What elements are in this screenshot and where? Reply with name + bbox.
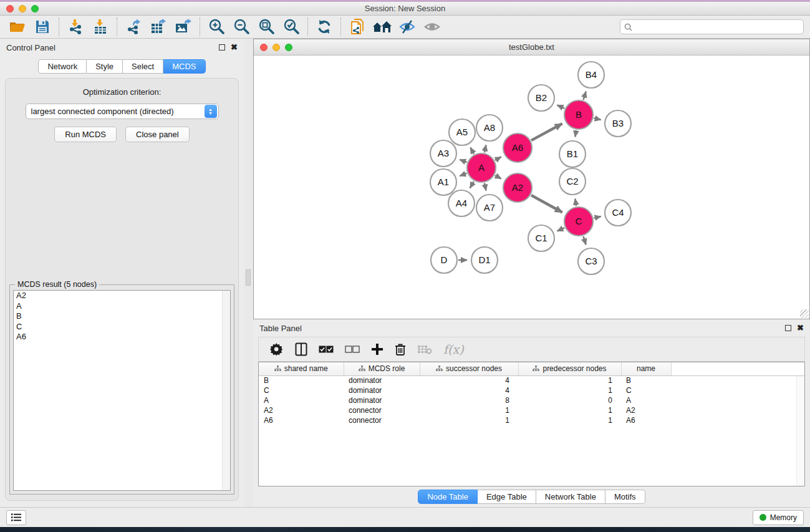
column-header-mcds-role[interactable]: MCDS role (344, 362, 420, 375)
column-header-shared-name[interactable]: shared name (259, 362, 344, 375)
graph-edge[interactable] (557, 228, 565, 231)
table-cell[interactable]: 4 (420, 375, 518, 385)
table-row[interactable]: Adominator80A (259, 395, 804, 405)
table-row[interactable]: A2connector11A2 (259, 405, 804, 415)
graph-edge[interactable] (495, 175, 501, 178)
run-mcds-button[interactable]: Run MCDS (54, 127, 117, 142)
graph-edge[interactable] (583, 236, 586, 244)
graph-edge[interactable] (575, 130, 576, 137)
table-cell[interactable]: C (621, 385, 671, 395)
table-cell[interactable]: 1 (518, 415, 621, 425)
table-cell[interactable]: A6 (621, 415, 671, 425)
tab-network-table[interactable]: Network Table (536, 490, 605, 504)
window-resize-grip[interactable] (800, 309, 809, 318)
table-cell[interactable]: dominator (344, 375, 420, 385)
zoom-in-button[interactable] (204, 17, 229, 37)
table-cell[interactable]: C (259, 385, 344, 395)
table-cell[interactable]: 8 (420, 395, 518, 405)
tab-network[interactable]: Network (38, 59, 87, 74)
table-cell[interactable]: A6 (259, 415, 344, 425)
mcds-result-list[interactable]: A2ABCA6 (13, 290, 231, 491)
graph-edge[interactable] (531, 123, 562, 140)
graph-edge[interactable] (460, 173, 466, 176)
ndex-browse-button[interactable] (370, 17, 395, 37)
table-settings-button[interactable] (270, 341, 284, 357)
float-panel-icon[interactable] (219, 44, 225, 51)
graph-edge[interactable] (594, 118, 600, 120)
close-table-panel-icon[interactable]: ✖ (797, 325, 804, 331)
table-cell[interactable]: connector (344, 415, 420, 425)
close-panel-icon[interactable]: ✖ (231, 44, 238, 51)
refresh-button[interactable] (312, 17, 337, 37)
mcds-result-item[interactable]: A2 (14, 291, 230, 301)
save-session-button[interactable] (30, 17, 55, 37)
table-row[interactable]: A6connector11A6 (259, 415, 804, 425)
tab-motifs[interactable]: Motifs (605, 490, 645, 504)
table-cell[interactable]: 1 (518, 405, 621, 415)
table-cell[interactable]: 1 (420, 405, 518, 415)
table-cell[interactable]: dominator (344, 395, 420, 405)
graph-edge[interactable] (495, 157, 501, 160)
create-column-button[interactable] (371, 341, 383, 357)
criterion-dropdown[interactable]: largest connected component (directed) ▲… (26, 104, 219, 119)
table-cell[interactable]: B (621, 375, 671, 385)
export-image-button[interactable] (171, 17, 196, 37)
network-canvas[interactable]: B4B2BB3A5A8A6A3AB1A1C2A2A4A7C4CC1C3DD1 (254, 56, 809, 319)
open-file-button[interactable] (5, 17, 30, 37)
graph-edge[interactable] (557, 105, 565, 108)
search-field[interactable] (620, 19, 804, 34)
table-cell[interactable]: 1 (518, 385, 621, 395)
column-header-name[interactable]: name (621, 362, 671, 375)
graph-edge[interactable] (575, 199, 576, 206)
network-canvas-area[interactable]: B4B2BB3A5A8A6A3AB1A1C2A2A4A7C4CC1C3DD1 (254, 56, 809, 319)
tab-edge-table[interactable]: Edge Table (478, 490, 536, 504)
delete-column-button[interactable] (395, 341, 406, 357)
table-cell[interactable]: A (621, 395, 671, 405)
export-network-button[interactable] (121, 17, 146, 37)
zoom-selected-button[interactable] (279, 17, 304, 37)
select-all-columns-button[interactable] (319, 341, 334, 357)
float-table-panel-icon[interactable] (785, 325, 791, 331)
graph-edge[interactable] (485, 183, 486, 190)
table-row[interactable]: Cdominator41C (259, 385, 804, 395)
table-cell[interactable]: A2 (621, 405, 671, 415)
table-cell[interactable]: A (259, 395, 344, 405)
export-table-button[interactable] (146, 17, 171, 37)
graph-edge[interactable] (470, 148, 474, 154)
table-cell[interactable]: 1 (420, 415, 518, 425)
search-input[interactable] (635, 22, 799, 31)
mcds-result-item[interactable]: A (14, 301, 230, 312)
table-row[interactable]: Bdominator41B (259, 375, 804, 385)
zoom-fit-button[interactable] (254, 17, 279, 37)
graph-edge[interactable] (594, 216, 600, 218)
table-cell[interactable]: B (259, 375, 344, 385)
panel-mode-button[interactable] (295, 341, 307, 357)
import-table-button[interactable] (88, 17, 113, 37)
graph-edge[interactable] (460, 160, 466, 162)
tab-node-table[interactable]: Node Table (418, 490, 478, 504)
memory-button[interactable]: Memory (753, 510, 804, 525)
zoom-out-button[interactable] (229, 17, 254, 37)
graph-edge[interactable] (583, 92, 586, 100)
table-cell[interactable]: 4 (420, 385, 518, 395)
column-header-predecessor-nodes[interactable]: predecessor nodes (518, 362, 621, 375)
tab-select[interactable]: Select (123, 59, 163, 74)
splitter-handle[interactable] (246, 269, 251, 286)
graph-edge[interactable] (470, 181, 474, 188)
table-cell[interactable]: connector (344, 405, 420, 415)
result-scrollbar[interactable] (222, 291, 230, 490)
graph-edge[interactable] (531, 195, 562, 212)
table-scrollbar[interactable] (796, 376, 804, 486)
column-header-successor-nodes[interactable]: successor nodes (420, 362, 518, 375)
mcds-result-item[interactable]: B (14, 311, 230, 322)
panel-splitter[interactable] (244, 39, 253, 507)
task-history-button[interactable] (6, 510, 26, 525)
clone-network-button[interactable] (345, 17, 370, 37)
close-panel-button[interactable]: Close panel (125, 127, 190, 142)
table-cell[interactable]: 0 (518, 395, 621, 405)
import-network-button[interactable] (63, 17, 88, 37)
mcds-result-item[interactable]: C (14, 322, 230, 332)
table-cell[interactable]: 1 (518, 375, 621, 385)
table-cell[interactable]: A2 (259, 405, 344, 415)
show-graphics-details-button[interactable] (420, 17, 445, 37)
